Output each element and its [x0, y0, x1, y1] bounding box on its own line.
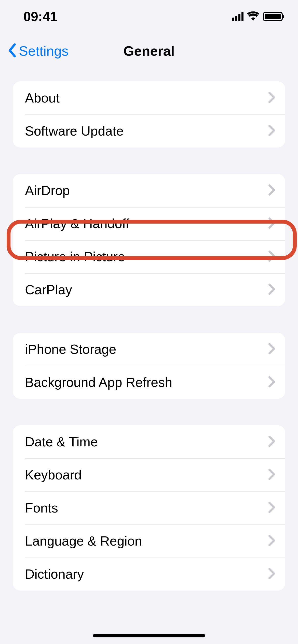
settings-group-3: iPhone Storage Background App Refresh: [13, 333, 285, 399]
status-time: 09:41: [23, 9, 57, 24]
row-airdrop[interactable]: AirDrop: [13, 174, 285, 207]
row-label: Picture in Picture: [25, 249, 125, 264]
row-label: Date & Time: [25, 434, 98, 449]
row-label: Dictionary: [25, 566, 84, 582]
chevron-right-icon: [268, 343, 275, 355]
row-about[interactable]: About: [13, 81, 285, 114]
chevron-right-icon: [268, 469, 275, 481]
row-label: Language & Region: [25, 533, 142, 549]
row-keyboard[interactable]: Keyboard: [13, 458, 285, 491]
row-airplay-handoff[interactable]: AirPlay & Handoff: [13, 207, 285, 240]
wifi-icon: [247, 11, 259, 22]
chevron-right-icon: [268, 376, 275, 388]
back-button[interactable]: Settings: [8, 43, 69, 59]
row-iphone-storage[interactable]: iPhone Storage: [13, 333, 285, 366]
settings-group-2: AirDrop AirPlay & Handoff Picture in Pic…: [13, 174, 285, 306]
row-label: About: [25, 90, 60, 106]
row-date-time[interactable]: Date & Time: [13, 425, 285, 458]
row-carplay[interactable]: CarPlay: [13, 273, 285, 306]
chevron-right-icon: [268, 535, 275, 547]
row-label: AirPlay & Handoff: [25, 216, 129, 231]
chevron-right-icon: [268, 125, 275, 137]
chevron-right-icon: [268, 184, 275, 197]
row-software-update[interactable]: Software Update: [13, 114, 285, 148]
row-background-app-refresh[interactable]: Background App Refresh: [13, 366, 285, 399]
back-label: Settings: [19, 43, 69, 59]
chevron-right-icon: [268, 436, 275, 448]
settings-group-4: Date & Time Keyboard Fonts Language & Re…: [13, 425, 285, 591]
row-label: iPhone Storage: [25, 342, 116, 357]
row-label: CarPlay: [25, 282, 72, 297]
chevron-right-icon: [268, 502, 275, 514]
chevron-right-icon: [268, 284, 275, 296]
row-fonts[interactable]: Fonts: [13, 491, 285, 524]
chevron-right-icon: [268, 92, 275, 104]
row-label: Software Update: [25, 123, 124, 139]
page-title: General: [123, 43, 174, 59]
chevron-left-icon: [8, 43, 17, 59]
status-bar: 09:41: [0, 0, 298, 33]
battery-icon: [263, 12, 283, 21]
content: About Software Update AirDrop AirPlay & …: [0, 69, 298, 591]
chevron-right-icon: [268, 217, 275, 230]
cellular-icon: [232, 12, 243, 21]
settings-group-1: About Software Update: [13, 81, 285, 148]
row-label: Fonts: [25, 500, 58, 516]
chevron-right-icon: [268, 251, 275, 263]
chevron-right-icon: [268, 568, 275, 580]
home-indicator[interactable]: [93, 634, 205, 637]
row-label: Background App Refresh: [25, 375, 172, 390]
row-picture-in-picture[interactable]: Picture in Picture: [13, 240, 285, 273]
status-icons: [232, 11, 283, 22]
row-language-region[interactable]: Language & Region: [13, 524, 285, 558]
row-label: AirDrop: [25, 183, 70, 198]
row-label: Keyboard: [25, 467, 82, 482]
nav-bar: Settings General: [0, 33, 298, 69]
row-dictionary[interactable]: Dictionary: [13, 558, 285, 591]
